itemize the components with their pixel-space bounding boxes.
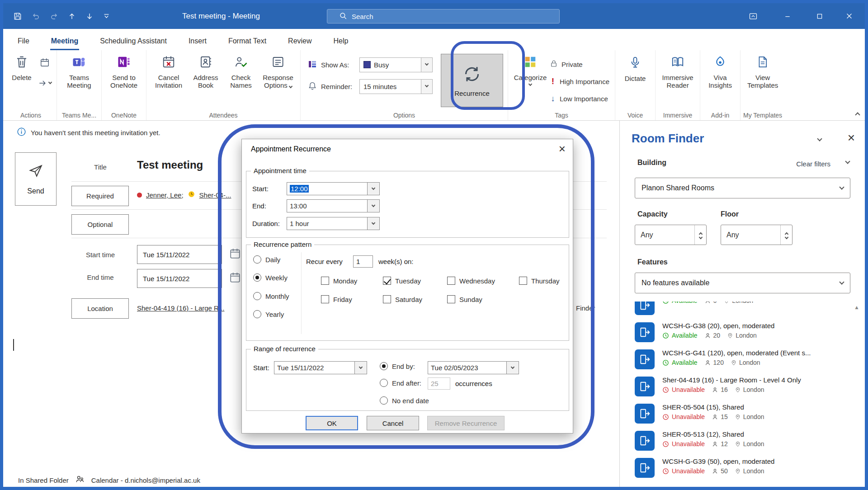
recurrence-button[interactable]: Recurrence [441,54,503,107]
arrow-up-icon[interactable] [68,12,76,20]
duration-select[interactable]: 1 hour [287,217,380,230]
occurrences-input[interactable] [428,377,450,390]
categorize-button[interactable]: Categorize [511,51,550,85]
checkbox-sunday[interactable]: Sunday [447,295,482,303]
high-importance-button[interactable]: ! High Importance [550,73,612,90]
scroll-up-icon[interactable]: ▲ [854,304,859,311]
capacity-stepper[interactable]: Any [635,225,707,245]
room-list-item[interactable]: WCSH-G-G38 (20), open, moderated Availab… [620,320,865,348]
dropdown-button[interactable] [421,58,432,72]
search-input[interactable] [352,13,487,20]
attendee-link[interactable]: Sher-04-... [199,191,231,199]
maximize-button[interactable] [807,3,833,29]
interval-input[interactable] [353,255,373,268]
show-as-select[interactable]: Busy [359,57,433,72]
low-importance-button[interactable]: ↓ Low Importance [550,90,612,107]
private-button[interactable]: Private [550,56,612,73]
range-start-select[interactable]: Tue 15/11/2022 [274,361,367,374]
radio-no-end-date[interactable]: No end date [380,396,429,405]
dialog-titlebar[interactable]: Appointment Recurrence [242,139,573,159]
tab-scheduling-assistant[interactable]: Scheduling Assistant [99,33,168,50]
room-finder-close-icon[interactable]: × [848,131,855,145]
radio-weekly[interactable]: Weekly [253,273,288,282]
send-to-onenote-button[interactable]: Send to OneNote [104,51,143,90]
send-button[interactable]: Send [15,152,57,206]
cancel-invitation-button[interactable]: Cancel Invitation [149,51,188,90]
attendee-link[interactable]: Jenner, Lee; [146,191,184,199]
chevron-down-icon[interactable] [845,159,850,164]
delete-button[interactable]: Delete [8,51,36,81]
undo-icon[interactable] [32,12,40,20]
dropdown-button[interactable] [354,362,367,374]
dropdown-button[interactable] [367,217,379,230]
check-names-button[interactable]: Check Names [223,51,259,90]
room-list-item[interactable]: SHER-05-504 (15), Shared Unavailable15Lo… [620,402,865,429]
save-icon[interactable] [13,12,22,21]
checkbox-wednesday[interactable]: Wednesday [447,277,495,285]
close-button[interactable] [836,3,862,29]
clear-filters-link[interactable]: Clear filters [796,160,830,168]
viva-insights-button[interactable]: Viva Insights [703,51,737,90]
tab-meeting[interactable]: Meeting [50,33,79,50]
tab-insert[interactable]: Insert [188,33,208,50]
floor-stepper[interactable]: Any [721,225,793,245]
location-button[interactable]: Location [71,298,129,319]
radio-end-by[interactable]: End by: [380,362,415,370]
response-options-button[interactable]: Response Options [259,51,297,90]
meeting-title-value[interactable]: Test meeting [137,159,203,171]
optional-button[interactable]: Optional [71,214,129,235]
address-book-button[interactable]: Address Book [188,51,223,90]
room-list-item[interactable]: Sher-04-419 (16) - Large Room - Level 4 … [620,375,865,402]
calendar-small-icon[interactable] [40,57,50,69]
building-select[interactable]: Planon Shared Rooms [635,178,850,198]
radio-daily[interactable]: Daily [253,255,280,264]
radio-monthly[interactable]: Monthly [253,292,289,300]
customize-quick-access-icon[interactable] [103,13,110,19]
end-by-date-select[interactable]: Tue 02/05/2023 [428,361,519,374]
end-date-field[interactable]: Tue 15/11/2022 [137,269,222,288]
location-value[interactable]: Sher-04-419 (16) - Large R... [137,304,233,312]
ok-button[interactable]: OK [306,416,358,430]
dialog-close-icon[interactable]: × [559,141,566,156]
stepper-down-icon[interactable] [784,235,788,239]
search-box[interactable] [327,9,560,24]
remove-recurrence-button[interactable]: Remove Recurrence [427,416,505,430]
redo-icon[interactable] [50,12,58,20]
tab-format-text[interactable]: Format Text [227,33,267,50]
checkbox-friday[interactable]: Friday [321,295,352,303]
date-picker-icon[interactable] [229,272,241,285]
room-list-item[interactable]: WCSH-G-G41 (120), open, moderated (Event… [620,348,865,375]
view-templates-button[interactable]: View Templates [743,51,782,90]
tab-file[interactable]: File [17,33,30,50]
checkbox-thursday[interactable]: Thursday [519,277,560,285]
dropdown-button[interactable] [367,200,379,212]
room-finder-button-partial[interactable]: Finder [576,304,595,312]
start-date-field[interactable]: Tue 15/11/2022 [137,245,222,264]
radio-end-after[interactable]: End after: [380,379,421,387]
checkbox-tuesday[interactable]: Tuesday [383,277,421,285]
reminder-select[interactable]: 15 minutes [359,79,433,94]
room-list-item[interactable]: SHER-05-513 (12), Shared Unavailable12Lo… [620,429,865,456]
date-picker-icon[interactable] [229,248,241,261]
cancel-button[interactable]: Cancel [367,416,419,430]
ribbon-display-options-icon[interactable] [740,3,766,29]
features-select[interactable]: No features available [635,273,850,293]
start-time-select[interactable]: 12:00 [287,182,380,195]
end-time-select[interactable]: 13:00 [287,199,380,212]
stepper-down-icon[interactable] [698,235,702,239]
checkbox-monday[interactable]: Monday [321,277,357,285]
required-button[interactable]: Required [71,186,129,206]
teams-meeting-button[interactable]: Teams Meeting [60,51,99,90]
checkbox-saturday[interactable]: Saturday [383,295,422,303]
forward-button[interactable] [38,79,52,88]
dropdown-button[interactable] [506,362,519,374]
arrow-down-icon[interactable] [85,12,94,20]
dictate-button[interactable]: Dictate [618,51,652,82]
room-list-item[interactable]: WCSH-G-G39 (50), open, moderated Unavail… [620,456,865,482]
immersive-reader-button[interactable]: Immersive Reader [658,51,697,90]
tab-review[interactable]: Review [287,33,312,50]
chevron-down-icon[interactable] [817,136,822,141]
minimize-button[interactable] [774,3,801,29]
dropdown-button[interactable] [367,183,379,195]
tab-help[interactable]: Help [333,33,349,50]
